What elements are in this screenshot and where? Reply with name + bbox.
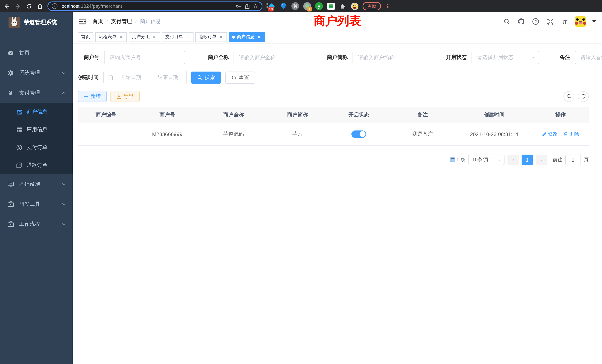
status-select-placeholder: 请选择开启状态 [477, 54, 513, 61]
search-icon [566, 94, 571, 99]
sidebar-item-refund-order[interactable]: 退款订单 [0, 156, 73, 174]
extension-diamond-icon[interactable]: 10 [268, 2, 275, 10]
col-short-name: 商户简称 [267, 107, 328, 123]
close-icon[interactable]: × [152, 34, 157, 40]
user-avatar[interactable] [575, 16, 586, 27]
browser-home-button[interactable] [36, 2, 44, 10]
tab-user-group[interactable]: 用户分组 × [129, 32, 160, 42]
next-page-button[interactable]: › [536, 155, 547, 165]
short-name-input[interactable] [353, 51, 430, 64]
col-remark: 备注 [389, 107, 456, 123]
close-icon[interactable]: × [185, 34, 190, 40]
toolbox-icon [7, 201, 14, 208]
tab-pay-order[interactable]: 支付订单 × [162, 32, 194, 42]
sidebar-item-pay-order[interactable]: 支付订单 [0, 139, 73, 156]
sidebar-item-home[interactable]: 首页 [0, 43, 73, 63]
github-button[interactable] [517, 17, 525, 26]
app-logo-row[interactable]: 芋道管理系统 [0, 12, 73, 33]
page-size-select[interactable]: 10条/页 [468, 155, 505, 165]
browser-reload-button[interactable] [25, 2, 33, 10]
breadcrumb-section[interactable]: 支付管理 [111, 18, 132, 25]
store-icon [16, 109, 22, 115]
sidebar-item-workflow[interactable]: 工作流程 [0, 214, 73, 234]
extension-emoji-icon[interactable] [351, 2, 358, 10]
gear-icon [7, 70, 14, 76]
extension-y-icon[interactable]: y [315, 2, 323, 10]
browser-back-button[interactable] [3, 2, 10, 10]
tab-home[interactable]: 首页 [78, 32, 93, 42]
col-full-name: 商户全称 [200, 107, 267, 123]
table-header-row: 商户编号 商户号 商户全称 商户简称 开启状态 备注 创建时间 操作 [78, 107, 589, 123]
close-icon[interactable]: × [257, 34, 262, 40]
extension-badge: 10 [268, 7, 274, 11]
breadcrumb-home[interactable]: 首页 [93, 18, 103, 25]
remark-input[interactable] [575, 51, 602, 64]
forward-arrow-icon [15, 3, 21, 9]
tab-label: 首页 [81, 34, 90, 40]
tab-label: 退款订单 [199, 34, 216, 40]
start-date-placeholder: 开始日期 [116, 74, 146, 81]
site-info-icon[interactable]: i [52, 3, 57, 9]
question-icon: ? [532, 18, 539, 25]
tab-merchant-info[interactable]: 商户信息 × [229, 32, 265, 42]
sidebar-item-infra[interactable]: 基础设施 [0, 174, 73, 194]
tab-refund-order[interactable]: 退款订单 × [195, 32, 227, 42]
fullscreen-button[interactable] [546, 17, 554, 26]
prev-page-button[interactable]: ‹ [507, 155, 519, 165]
sidebar-item-label: 首页 [19, 50, 30, 56]
extension-recorder-icon[interactable]: 1 [303, 2, 311, 10]
full-name-input[interactable] [234, 51, 311, 64]
browser-update-button[interactable]: 更新 [363, 2, 381, 10]
password-key-button[interactable] [235, 3, 241, 9]
header-search-button[interactable] [503, 17, 511, 26]
font-size-button[interactable]: tT [560, 17, 569, 26]
goto-page-input[interactable] [565, 155, 581, 165]
extension-pin-icon[interactable] [280, 2, 287, 10]
add-button[interactable]: 新增 [78, 91, 107, 102]
export-button[interactable]: 导出 [110, 91, 140, 102]
close-icon[interactable]: × [118, 34, 123, 40]
page-number-button[interactable]: 1 [522, 155, 533, 165]
chevron-down-icon [62, 222, 66, 226]
show-search-toggle-button[interactable] [563, 91, 574, 102]
sidebar-item-label: 系统管理 [19, 70, 40, 76]
documents-icon [16, 162, 22, 168]
delete-link[interactable]: 删除 [563, 131, 579, 138]
url-text[interactable]: localhost:1024/pay/merchant [60, 3, 232, 9]
search-button[interactable]: 搜索 [191, 71, 221, 84]
cell-create-time: 2021-10-23 08:31:14 [456, 123, 532, 146]
search-icon [503, 18, 510, 25]
browser-forward-button[interactable] [14, 2, 22, 10]
create-time-range-picker[interactable]: 开始日期 - 结束日期 [103, 71, 187, 84]
browser-menu-button[interactable]: ⋮ [385, 3, 389, 10]
remark-label: 备注 [560, 54, 570, 61]
dashboard-icon [7, 50, 14, 56]
col-merchant-no: 商户号 [134, 107, 200, 123]
close-icon[interactable]: × [218, 34, 224, 40]
chevron-down-icon [62, 71, 66, 75]
edit-link[interactable]: 修改 [542, 131, 558, 138]
avatar-dropdown-caret[interactable] [592, 20, 596, 23]
sidebar-item-app-info[interactable]: 应用信息 [0, 121, 73, 139]
merchant-no-label: 商户号 [84, 54, 99, 61]
sidebar-item-dev-tools[interactable]: 研发工具 [0, 194, 73, 214]
status-toggle[interactable] [351, 130, 366, 138]
sidebar-item-merchant-info[interactable]: 商户信息 [0, 103, 73, 121]
sidebar-item-pay[interactable]: ¥ 支付管理 [0, 83, 73, 103]
sidebar-item-system[interactable]: 系统管理 [0, 63, 73, 83]
short-name-label: 商户简称 [327, 54, 348, 61]
tab-process-form[interactable]: 流程表单 × [95, 32, 127, 42]
sidebar-collapse-button[interactable] [79, 17, 87, 26]
merchant-no-input[interactable] [104, 51, 185, 64]
help-button[interactable]: ? [532, 17, 540, 26]
address-bar[interactable]: i localhost:1024/pay/merchant ☆ [47, 1, 262, 11]
reset-button[interactable]: 重置 [225, 71, 255, 84]
extension-chat-icon[interactable] [327, 2, 335, 10]
share-button[interactable] [244, 3, 250, 9]
extension-command-icon[interactable]: ⌘ [291, 2, 299, 10]
status-select[interactable]: 请选择开启状态 [472, 51, 539, 64]
tab-label: 流程表单 [99, 34, 116, 40]
refresh-table-button[interactable] [578, 91, 589, 102]
bookmark-star-button[interactable]: ☆ [253, 3, 258, 10]
extensions-puzzle-icon[interactable] [339, 2, 347, 10]
